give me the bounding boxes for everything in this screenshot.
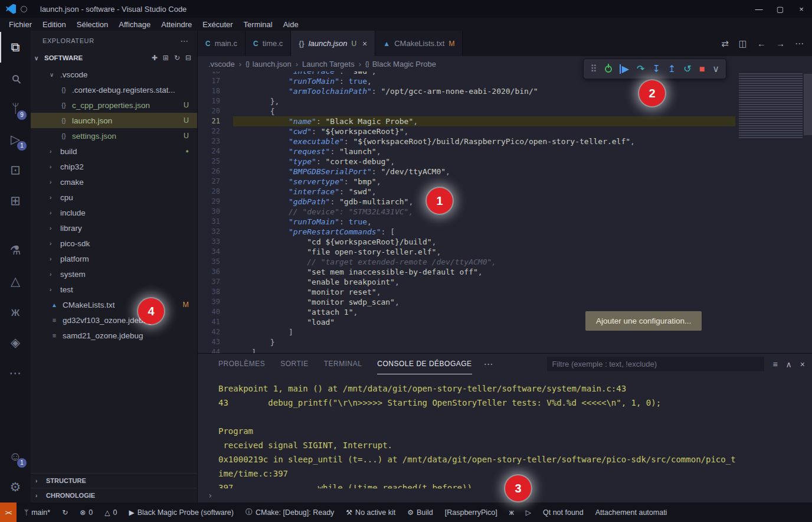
maximize-panel-icon[interactable]: ∧ — [786, 360, 792, 369]
minimap[interactable] — [739, 73, 803, 138]
auto-attach[interactable]: Attachement automati — [590, 503, 673, 522]
breadcrumb-vscode[interactable]: .vscode — [208, 60, 235, 68]
sync-button[interactable]: ↻ — [57, 503, 73, 522]
step-over-button[interactable]: ↷ — [637, 63, 644, 74]
activity-testing[interactable]: ⚗ — [0, 235, 31, 266]
debug-target[interactable]: ▶Black Magic Probe (software) — [123, 503, 239, 522]
menu-s-lection[interactable]: Sélection — [71, 18, 113, 31]
panel-tab-sortie[interactable]: SORTIE — [280, 354, 308, 374]
remote-indicator[interactable]: >< — [0, 503, 17, 522]
panel-more-icon[interactable]: ⋯ — [484, 358, 493, 370]
continue-button[interactable]: ▶ — [620, 64, 629, 74]
folder-library[interactable]: ›library — [31, 220, 197, 236]
git-branch[interactable]: ᛘmain* — [19, 503, 55, 522]
add-configuration-button[interactable]: Ajouter une configuration... — [585, 311, 702, 331]
cmake-kit[interactable]: ⚒No active kit — [340, 503, 401, 522]
file-cmakelists-txt[interactable]: ▲CMakeLists.txtM — [31, 297, 197, 312]
close-panel-icon[interactable]: × — [800, 360, 805, 369]
drag-handle[interactable]: ⠿ — [590, 63, 597, 74]
restart-button[interactable]: ↺ — [683, 63, 691, 74]
file-samd21-ozone-jdebug[interactable]: ≡samd21_ozone.jdebug — [31, 328, 197, 343]
activity-more[interactable]: ⋯ — [0, 358, 31, 389]
activity-run-debug[interactable]: ▷1 — [0, 124, 31, 155]
panel-tab-terminal[interactable]: TERMINAL — [324, 354, 362, 374]
activity-cmake[interactable]: △ — [0, 266, 31, 296]
explorer-more-icon[interactable]: ⋯ — [180, 36, 189, 45]
split-editor-icon[interactable]: ◫ — [739, 38, 747, 49]
menu-atteindre[interactable]: Atteindre — [156, 18, 197, 31]
menu-fichier[interactable]: Fichier — [4, 18, 37, 31]
panel-tab-probl-mes[interactable]: PROBLÈMES — [218, 354, 265, 374]
menu-affichage[interactable]: Affichage — [113, 18, 156, 31]
forward-icon[interactable]: → — [776, 38, 785, 48]
step-into-button[interactable]: ↧ — [652, 63, 660, 74]
breadcrumb-black-magic-probe[interactable]: {}Black Magic Probe — [365, 60, 436, 68]
collapse-folders-icon[interactable]: ⊟ — [185, 54, 191, 62]
folder-cmake[interactable]: ›cmake — [31, 174, 197, 190]
folder-platform[interactable]: ›platform — [31, 251, 197, 266]
file-settings-json[interactable]: {}settings.jsonU — [31, 128, 197, 143]
panel-tab-console-de-d-bogage[interactable]: CONSOLE DE DÉBOGAGE — [377, 354, 472, 374]
activity-source-control[interactable]: ᛘ9 — [0, 93, 31, 124]
tab-main-c[interactable]: Cmain.c — [198, 31, 245, 56]
warnings-count[interactable]: △0 — [99, 503, 122, 522]
section-chronologie[interactable]: ›CHRONOLOGIE — [31, 488, 197, 503]
activity-settings[interactable]: ⚙ — [0, 472, 31, 503]
close-icon[interactable]: × — [362, 39, 367, 48]
open-changes-icon[interactable]: ⇄ — [721, 38, 729, 49]
new-file-icon[interactable]: ✚ — [152, 54, 158, 62]
editor-more-icon[interactable]: ⋯ — [795, 38, 804, 49]
folder-test[interactable]: ›test — [31, 282, 197, 297]
cmake-debug[interactable]: ж — [504, 503, 519, 522]
folder-system[interactable]: ›system — [31, 266, 197, 282]
clear-console-icon[interactable]: ≡ — [772, 360, 777, 369]
menu-aide[interactable]: Aide — [278, 18, 304, 31]
menu-terminal[interactable]: Terminal — [238, 18, 278, 31]
new-folder-icon[interactable]: ⊞ — [163, 54, 169, 62]
tab-time-c[interactable]: Ctime.c — [245, 31, 291, 56]
debug-filter-input[interactable] — [547, 357, 764, 371]
code-editor[interactable]: 16 "interface": "swd",17 "runToMain": tr… — [198, 71, 812, 353]
menu-edition[interactable]: Edition — [37, 18, 71, 31]
folder-cpu[interactable]: ›cpu — [31, 190, 197, 205]
activity-search[interactable] — [0, 63, 31, 93]
file-gd32vf103-ozone-jdebug[interactable]: ≡gd32vf103_ozone.jdebug — [31, 312, 197, 328]
tab-cmakelists[interactable]: ▲CMakeLists.txtM — [375, 31, 463, 56]
stop-dropdown-icon[interactable]: ∨ — [712, 63, 719, 74]
activity-accounts[interactable]: ☺1 — [0, 441, 31, 472]
breadcrumb-launch-targets[interactable]: Launch Targets — [302, 60, 355, 68]
maximize-button[interactable]: ▢ — [770, 0, 791, 18]
folder-vscode[interactable]: ∨.vscode — [31, 67, 197, 82]
file-c-cpp-properties-json[interactable]: {}c_cpp_properties.jsonU — [31, 97, 197, 113]
errors-count[interactable]: ⊗0 — [74, 503, 98, 522]
tab-launch-json[interactable]: {}launch.jsonU× — [291, 31, 375, 56]
cmake-status[interactable]: ⓘCMake: [Debug]: Ready — [240, 503, 339, 522]
section-structure[interactable]: ›STRUCTURE — [31, 473, 197, 488]
menu-ex-cuter[interactable]: Exécuter — [197, 18, 238, 31]
scrollbar-thumb[interactable] — [804, 74, 812, 135]
close-button[interactable]: × — [791, 0, 812, 18]
activity-debug-extension[interactable]: ж — [0, 296, 31, 327]
back-icon[interactable]: ← — [757, 38, 766, 48]
refresh-icon[interactable]: ↻ — [174, 54, 180, 62]
activity-remote-explorer[interactable]: ⊡ — [0, 155, 31, 185]
folder-chip32[interactable]: ›chip32 — [31, 159, 197, 174]
step-out-button[interactable]: ↥ — [668, 63, 676, 74]
minimize-button[interactable]: — — [748, 0, 770, 18]
activity-explorer[interactable]: ⧉ — [0, 32, 31, 63]
editor-scrollbar[interactable] — [804, 71, 812, 353]
activity-deploy[interactable]: ◈ — [0, 327, 31, 358]
folder-build[interactable]: ›build● — [31, 143, 197, 159]
stop-button[interactable]: ■ — [699, 64, 705, 74]
folder-include[interactable]: ›include — [31, 205, 197, 220]
file-cortex-debug-registers-stat[interactable]: {}.cortex-debug.registers.stat... — [31, 82, 197, 97]
reset-button[interactable] — [605, 66, 612, 73]
cmake-build[interactable]: ⚙Build — [402, 503, 438, 522]
breadcrumb-launch-json[interactable]: {}launch.json — [245, 60, 291, 68]
activity-extensions[interactable]: ⊞ — [0, 185, 31, 216]
cmake-launch[interactable]: ▷ — [520, 503, 536, 522]
folder-pico-sdk[interactable]: ›pico-sdk — [31, 236, 197, 251]
section-software[interactable]: ∨ SOFTWARE ✚⊞↻⊟ — [31, 51, 197, 65]
qt-status[interactable]: Qt not found — [538, 503, 589, 522]
build-target[interactable]: [RaspberryPico] — [440, 503, 503, 522]
